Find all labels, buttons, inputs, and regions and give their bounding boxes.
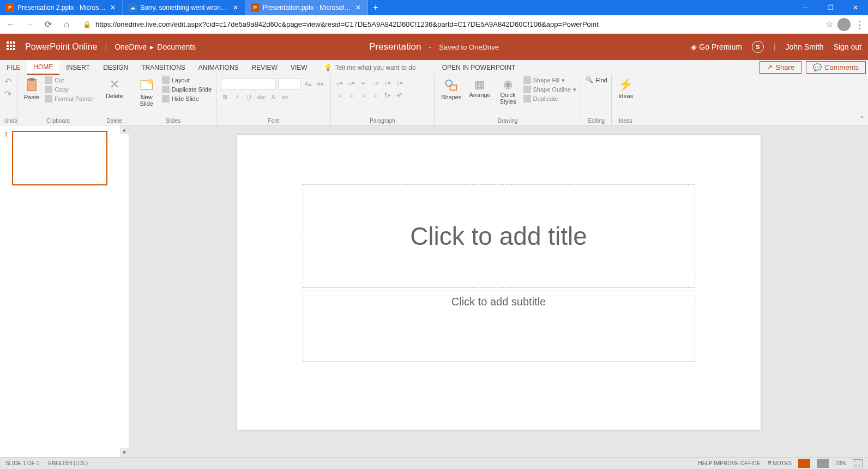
subtitle-placeholder[interactable]: Click to add subtitle bbox=[303, 291, 695, 362]
slide-thumbnail-row[interactable]: 1 bbox=[4, 131, 124, 185]
normal-view-button[interactable] bbox=[798, 459, 810, 468]
home-button[interactable]: ⌂ bbox=[59, 17, 74, 32]
bookmark-star-icon[interactable]: ☆ bbox=[825, 19, 833, 29]
copy-button[interactable]: Copy bbox=[45, 86, 94, 93]
ltr-button[interactable]: ¶▸ bbox=[383, 91, 392, 99]
minimize-button[interactable]: ─ bbox=[793, 0, 818, 15]
undo-button[interactable]: ↶ bbox=[4, 76, 11, 87]
browser-tab-2[interactable]: ☁ Sorry, something went wrong - O ✕ bbox=[123, 0, 245, 15]
tab-animations[interactable]: ANIMATIONS bbox=[192, 60, 245, 75]
user-name[interactable]: John Smith bbox=[786, 43, 824, 51]
browser-tab-3[interactable]: P Presentation.pptx - Microsoft Po ✕ bbox=[245, 0, 368, 15]
go-premium-link[interactable]: ◈ Go Premium bbox=[691, 43, 742, 51]
profile-avatar[interactable] bbox=[837, 18, 851, 31]
open-in-powerpoint[interactable]: OPEN IN POWERPOINT bbox=[432, 60, 526, 75]
italic-button[interactable]: I bbox=[233, 93, 242, 101]
strikethrough-button[interactable]: abc bbox=[257, 93, 266, 101]
arrange-button[interactable]: ▦ Arrange bbox=[467, 76, 492, 99]
close-icon[interactable]: ✕ bbox=[232, 4, 239, 11]
lightbulb-icon: 💡 bbox=[324, 64, 332, 71]
tell-me-input[interactable] bbox=[335, 64, 423, 71]
forward-button[interactable]: → bbox=[22, 17, 37, 32]
shape-outline-button[interactable]: Shape Outline ▾ bbox=[523, 86, 577, 93]
shape-fill-button[interactable]: Shape Fill ▾ bbox=[523, 76, 577, 84]
notes-toggle[interactable]: ≣ NOTES bbox=[767, 460, 792, 466]
highlight-button[interactable]: ab bbox=[281, 93, 290, 101]
justify-button[interactable]: ≡ bbox=[371, 91, 380, 99]
scroll-up-button[interactable]: ▲ bbox=[120, 125, 129, 134]
hide-slide-button[interactable]: Hide Slide bbox=[162, 95, 212, 103]
slide-counter[interactable]: SLIDE 1 OF 1 bbox=[5, 460, 39, 466]
close-window-button[interactable]: ✕ bbox=[843, 0, 868, 15]
tab-view[interactable]: VIEW bbox=[284, 60, 314, 75]
decrease-indent-button[interactable]: ⇤ bbox=[359, 79, 368, 87]
scroll-down-button[interactable]: ▼ bbox=[120, 448, 129, 457]
url-field[interactable]: 🔒 https://onedrive.live.com/edit.aspx?ci… bbox=[77, 20, 822, 28]
font-family-select[interactable] bbox=[221, 79, 275, 89]
slideshow-view-button[interactable] bbox=[817, 459, 829, 468]
comments-button[interactable]: 💬 Comments bbox=[806, 61, 866, 74]
underline-button[interactable]: U bbox=[245, 93, 254, 101]
back-button[interactable]: ← bbox=[3, 17, 19, 32]
shapes-button[interactable]: Shapes bbox=[439, 76, 463, 101]
duplicate-icon bbox=[162, 86, 170, 93]
tell-me-search[interactable]: 💡 bbox=[314, 60, 432, 75]
breadcrumb-onedrive[interactable]: OneDrive bbox=[114, 43, 147, 51]
browser-menu-icon[interactable]: ⋮ bbox=[855, 19, 865, 31]
redo-button[interactable]: ↷ bbox=[4, 89, 11, 99]
ideas-button[interactable]: ⚡ Ideas bbox=[616, 76, 635, 100]
align-center-button[interactable]: ≡ bbox=[347, 91, 356, 99]
maximize-button[interactable]: ❐ bbox=[818, 0, 843, 15]
new-slide-button[interactable]: New Slide bbox=[135, 76, 159, 108]
text-direction-button[interactable]: ⤵▾ bbox=[395, 79, 404, 87]
font-color-button[interactable]: A bbox=[269, 93, 278, 101]
format-painter-button[interactable]: Format Painter bbox=[45, 95, 94, 103]
find-button[interactable]: 🔍Find bbox=[586, 76, 607, 83]
tab-review[interactable]: REVIEW bbox=[245, 60, 284, 75]
bold-button[interactable]: B bbox=[221, 93, 230, 101]
tab-insert[interactable]: INSERT bbox=[59, 60, 97, 75]
tab-home[interactable]: HOME bbox=[27, 60, 59, 75]
duplicate-slide-button[interactable]: Duplicate Slide bbox=[162, 86, 212, 93]
browser-tab-1[interactable]: P Presentation 2.pptx - Microsoft P ✕ bbox=[0, 0, 123, 15]
skype-icon[interactable]: S bbox=[752, 41, 764, 53]
layout-button[interactable]: Layout bbox=[162, 76, 212, 84]
tab-transitions[interactable]: TRANSITIONS bbox=[135, 60, 192, 75]
sign-out-link[interactable]: Sign out bbox=[834, 43, 861, 51]
document-name[interactable]: Presentation bbox=[369, 41, 421, 52]
paste-button[interactable]: Paste bbox=[22, 76, 41, 101]
rtl-button[interactable]: ◂¶ bbox=[395, 91, 404, 99]
breadcrumb-documents[interactable]: Documents bbox=[157, 43, 196, 51]
slide[interactable]: Click to add title Click to add subtitle bbox=[237, 135, 761, 430]
quick-styles-button[interactable]: ◉ Quick Styles bbox=[496, 76, 520, 106]
language-status[interactable]: ENGLISH (U.S.) bbox=[48, 460, 88, 466]
slide-canvas-area[interactable]: Click to add title Click to add subtitle bbox=[129, 125, 868, 457]
tab-design[interactable]: DESIGN bbox=[97, 60, 135, 75]
new-tab-button[interactable]: + bbox=[368, 0, 383, 15]
cut-button[interactable]: Cut bbox=[45, 76, 94, 84]
slide-thumbnail-1[interactable] bbox=[12, 131, 107, 185]
font-size-select[interactable] bbox=[279, 79, 300, 89]
line-spacing-button[interactable]: ↕▾ bbox=[383, 79, 392, 87]
url-text: https://onedrive.live.com/edit.aspx?cid=… bbox=[95, 20, 599, 28]
close-icon[interactable]: ✕ bbox=[354, 4, 362, 11]
align-right-button[interactable]: ≡ bbox=[359, 91, 368, 99]
zoom-level[interactable]: 79% bbox=[835, 460, 846, 466]
tab-file[interactable]: FILE bbox=[0, 60, 27, 75]
collapse-ribbon-icon[interactable]: ⌃ bbox=[859, 115, 865, 123]
duplicate-shape-button[interactable]: Duplicate bbox=[523, 95, 577, 103]
grow-font-icon[interactable]: A▴ bbox=[304, 80, 312, 88]
title-placeholder[interactable]: Click to add title bbox=[303, 184, 695, 288]
align-left-button[interactable]: ≡ bbox=[335, 91, 344, 99]
delete-button[interactable]: ✕ Delete bbox=[104, 76, 125, 100]
app-launcher-icon[interactable] bbox=[7, 41, 17, 52]
reload-button[interactable]: ⟳ bbox=[40, 17, 56, 32]
share-button[interactable]: ↗ Share bbox=[760, 61, 801, 74]
numbering-button[interactable]: ≡▾ bbox=[347, 79, 356, 87]
fit-to-window-button[interactable]: ⛶ bbox=[853, 459, 863, 467]
help-improve-link[interactable]: HELP IMPROVE OFFICE bbox=[698, 460, 760, 466]
increase-indent-button[interactable]: ⇥ bbox=[371, 79, 380, 87]
shrink-font-icon[interactable]: A▾ bbox=[316, 80, 324, 88]
close-icon[interactable]: ✕ bbox=[109, 4, 117, 11]
bullets-button[interactable]: ≡▾ bbox=[335, 79, 344, 87]
